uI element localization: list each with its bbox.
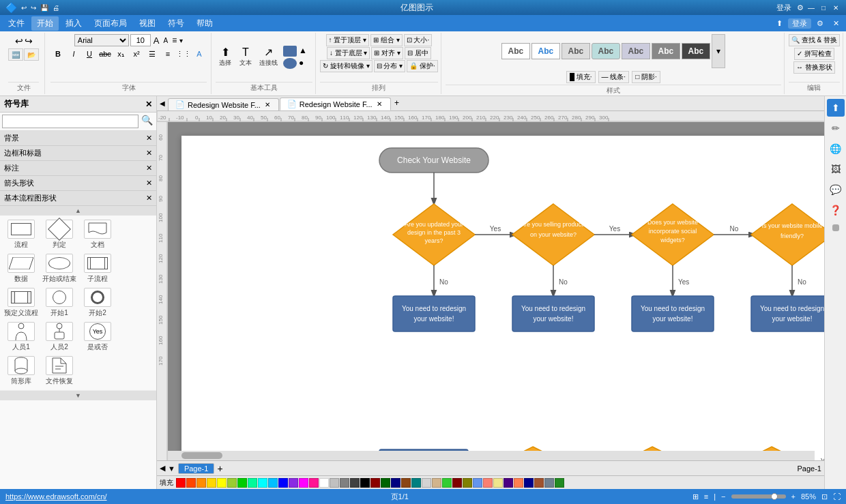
close-x[interactable]: ✕ <box>829 19 843 28</box>
doc-tab-1[interactable]: 📄 Redesign Website F... ✕ <box>168 98 279 110</box>
swatch-olive[interactable] <box>463 478 472 488</box>
numberedlist-btn[interactable]: ≡ <box>160 48 175 60</box>
swatch-orange[interactable] <box>196 478 206 488</box>
shape-filerestore[interactable]: 文件恢复 <box>42 356 76 386</box>
quick-access-undo[interactable]: ↩ <box>21 4 27 12</box>
swatch-yellow[interactable] <box>217 478 227 488</box>
swatch-indigo[interactable] <box>504 478 513 488</box>
page-nav-left[interactable]: ◀ <box>160 464 165 473</box>
quick-access-save[interactable]: 💾 <box>40 4 48 12</box>
sidebar-category-arrow[interactable]: 箭头形状 ✕ <box>0 176 156 191</box>
url-link[interactable]: https://www.edrawsoft.com/cn/ <box>5 492 107 501</box>
shape-yesno[interactable]: Yes 是或否 <box>81 322 115 352</box>
line-btn[interactable]: — 线条· <box>598 71 630 83</box>
swatch-lime[interactable] <box>442 478 452 488</box>
sidebar-category-flowchart[interactable]: 基本流程图形状 ✕ <box>0 191 156 206</box>
swatch-salmon[interactable] <box>483 478 493 488</box>
font-increase[interactable]: A <box>152 35 161 46</box>
close-btn[interactable]: ✕ <box>831 3 841 12</box>
menu-help[interactable]: 帮助 <box>191 16 218 31</box>
search-input[interactable] <box>2 115 138 128</box>
swatch-orange-red[interactable] <box>186 478 196 488</box>
share-btn[interactable]: ⬆ <box>772 19 787 28</box>
right-btn-chat[interactable]: 💬 <box>827 181 845 198</box>
menu-insert[interactable]: 插入 <box>60 16 87 31</box>
bullet-btn[interactable]: ⋮⋮ <box>176 48 191 60</box>
quick-access-redo[interactable]: ↪ <box>31 4 36 12</box>
top-layer-btn[interactable]: ↑ 置于顶层 ▾ <box>326 34 370 46</box>
right-btn-help[interactable]: ❓ <box>827 201 845 219</box>
settings-gear[interactable]: ⚙ <box>813 19 828 28</box>
shape-rect-btn[interactable] <box>283 46 297 57</box>
font-size-input[interactable] <box>130 34 151 46</box>
maximize-btn[interactable]: □ <box>819 3 828 12</box>
menu-layout[interactable]: 页面布局 <box>89 16 132 31</box>
swatch-light-blue[interactable] <box>268 478 278 488</box>
layout-btn[interactable]: ≡ <box>704 492 708 501</box>
scrollbar-h[interactable] <box>168 451 815 460</box>
style-preset-2[interactable]: Abc <box>531 43 560 59</box>
swatch-dark-green[interactable] <box>381 478 390 488</box>
shape-tri-btn[interactable]: ▲ <box>299 46 312 57</box>
swatch-dark-red[interactable] <box>370 478 380 488</box>
replace-shape-btn[interactable]: ↔ 替换形状 <box>793 61 835 74</box>
redo-btn[interactable]: ↪ <box>25 35 33 46</box>
tabs-scroll-left[interactable]: ◀ <box>157 96 168 110</box>
swatch-yellow-green[interactable] <box>227 478 237 488</box>
find-replace-btn[interactable]: 🔍 查找 & 替换 <box>789 34 840 46</box>
shape-doc[interactable]: 文档 <box>81 220 115 250</box>
swatch-black[interactable] <box>360 478 370 488</box>
quick-access-print[interactable]: 🖨 <box>53 4 59 12</box>
align-icon[interactable]: ≡ <box>171 35 178 45</box>
swatch-red[interactable] <box>176 478 186 488</box>
style-more-btn[interactable]: ▾ <box>712 34 725 68</box>
text-tool-btn[interactable]: T 文本 <box>236 46 255 69</box>
bottom-layer-btn[interactable]: ↓ 置于底层 ▾ <box>327 47 370 59</box>
italic-btn[interactable]: I <box>66 48 81 60</box>
shadow-btn[interactable]: □ 阴影· <box>632 71 660 83</box>
rotate-btn[interactable]: ↻ 旋转和镜像 ▾ <box>320 60 373 72</box>
menu-file[interactable]: 文件 <box>3 16 30 31</box>
swatch-green[interactable] <box>237 478 247 488</box>
swatch-dark-gray[interactable] <box>350 478 360 488</box>
menu-symbol[interactable]: 符号 <box>162 16 190 31</box>
font-dropdown[interactable]: ▾ <box>179 37 183 44</box>
fullscreen-btn[interactable]: ⛶ <box>833 492 841 501</box>
login-account[interactable]: 登录 <box>788 18 811 29</box>
settings-icon[interactable]: ⚙ <box>797 3 804 12</box>
sidebar-category-background[interactable]: 背景 ✕ <box>0 131 156 146</box>
sidebar-category-callout[interactable]: 标注 ✕ <box>0 161 156 176</box>
swatch-blue[interactable] <box>278 478 288 488</box>
grid-btn[interactable]: ⊞ <box>692 492 699 501</box>
shape-person2[interactable]: 人员2 <box>42 322 76 352</box>
new-btn[interactable]: 🆕 <box>8 48 23 61</box>
swatch-cyan[interactable] <box>258 478 267 488</box>
zoom-in-btn[interactable]: + <box>791 492 796 501</box>
swatch-white[interactable] <box>319 478 329 488</box>
search-icon[interactable]: 🔍 <box>140 115 154 128</box>
swatch-forest[interactable] <box>555 478 564 488</box>
spellcheck-btn[interactable]: ✓ 拼写检查 <box>794 48 834 60</box>
shape-oval[interactable]: 开始或结束 <box>42 254 76 284</box>
swatch-gold[interactable] <box>207 478 216 488</box>
style-preset-3[interactable]: Abc <box>561 43 590 59</box>
swatch-coral[interactable] <box>514 478 523 488</box>
swatch-maroon[interactable] <box>452 478 462 488</box>
style-preset-5[interactable]: Abc <box>622 43 650 59</box>
size-btn[interactable]: ⊡ 大小· <box>404 34 433 46</box>
shape-person1[interactable]: 人员1 <box>4 322 38 352</box>
shape-subprocess[interactable]: 子流程 <box>81 254 115 284</box>
shape-start2[interactable]: 开始2 <box>81 288 115 318</box>
style-preset-1[interactable]: Abc <box>501 43 530 59</box>
style-preset-6[interactable]: Abc <box>652 43 680 59</box>
zoom-out-btn[interactable]: − <box>721 492 725 501</box>
doc-tab-2[interactable]: 📄 Redesign Website F... ✕ <box>280 98 391 110</box>
style-preset-4[interactable]: Abc <box>592 43 620 59</box>
swatch-gray[interactable] <box>340 478 349 488</box>
list-btn[interactable]: ☰ <box>145 48 160 60</box>
bold-btn[interactable]: B <box>50 48 65 60</box>
swatch-slate[interactable] <box>544 478 554 488</box>
undo-btn[interactable]: ↩ <box>15 35 23 46</box>
swatch-khaki[interactable] <box>493 478 503 488</box>
open-btn[interactable]: 📂 <box>24 48 39 61</box>
